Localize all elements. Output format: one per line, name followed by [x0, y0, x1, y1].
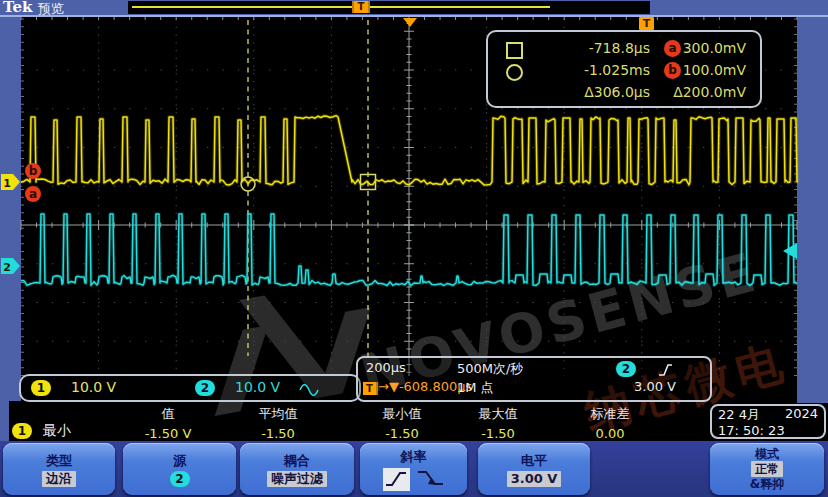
rising-slope-icon: [383, 468, 410, 491]
cursor-delta-voltage: Δ200.0mV: [660, 84, 746, 100]
softkey-menu: 类型 边沿 源 2 耦合 噪声过滤 斜率 电平 3.00 V: [0, 441, 828, 497]
time-per-div-readout: 200µs: [366, 360, 406, 375]
menu-source-badge: 2: [170, 471, 190, 487]
time-readout: 17: 50: 23: [718, 423, 818, 438]
meas-value: -1.50 V: [118, 426, 218, 441]
menu-value2: &释抑: [750, 477, 784, 491]
cursor-a-voltage: 300.0mV: [660, 40, 746, 56]
meas-col-max: 最大值: [448, 405, 548, 423]
square-cursor-icon: [506, 42, 523, 59]
horizontal-trigger-panel: 200µs 500M次/秒 2 T→▼-608.800µs 1M 点 3.00 …: [356, 356, 712, 402]
falling-slope-icon: [415, 468, 445, 491]
trigger-slope-icon: [658, 362, 674, 380]
sample-rate-readout: 500M次/秒: [457, 360, 523, 378]
record-view-bar: T: [128, 1, 650, 14]
ch1-scale-readout: 10.0 V: [71, 379, 116, 395]
menu-mode-button[interactable]: 模式 正常 &释抑: [710, 443, 824, 495]
circle-cursor-icon: [506, 64, 523, 81]
trigger-delay-readout: T→▼-608.800µs: [363, 379, 472, 395]
menu-slope-button[interactable]: 斜率: [360, 443, 467, 495]
ac-coupling-sine-icon: [299, 383, 319, 399]
svg-text:a: a: [29, 187, 37, 201]
svg-text:2: 2: [3, 261, 11, 274]
menu-label: 类型: [46, 452, 72, 470]
menu-value: 噪声过滤: [267, 471, 327, 487]
trigger-t-icon: T: [363, 382, 378, 395]
meas-max: -1.50: [448, 426, 548, 441]
measurement-bar: 1 最小 值 -1.50 V 平均值 -1.50 最小值 -1.50 最大值 -…: [0, 402, 828, 441]
meas-stddev: 0.00: [560, 426, 660, 441]
meas-min: -1.50: [352, 426, 452, 441]
cursor-b-voltage: 100.0mV: [660, 62, 746, 78]
meas-col-stddev: 标准差: [560, 405, 660, 423]
menu-trigger-source-button[interactable]: 源 2: [123, 443, 236, 495]
record-waveform-line: [132, 6, 550, 8]
menu-level-button[interactable]: 电平 3.00 V: [478, 443, 590, 495]
meas-mean: -1.50: [228, 426, 328, 441]
svg-text:T: T: [643, 17, 651, 30]
menu-label: 源: [173, 452, 186, 470]
menu-label: 耦合: [284, 452, 310, 470]
menu-trigger-type-button[interactable]: 类型 边沿: [3, 443, 115, 495]
cursor-readout-panel: -718.8µs a 300.0mV -1.025ms b 100.0mV Δ3…: [486, 30, 762, 108]
measurement-name: 最小: [43, 422, 71, 438]
acquisition-status: 预览: [38, 0, 64, 18]
date-readout: 22 4月: [718, 406, 760, 424]
cursor-b-time: -1.025ms: [532, 62, 650, 78]
record-length-readout: 1M 点: [457, 379, 494, 397]
menu-label: 电平: [521, 452, 547, 470]
trigger-source-badge: 2: [616, 361, 636, 377]
trigger-arrow-icon: →▼: [378, 379, 399, 394]
ch1-badge: 1: [31, 380, 51, 396]
menu-label: 斜率: [401, 448, 427, 466]
svg-text:b: b: [29, 164, 38, 178]
ch2-scale-readout: 10.0 V: [235, 379, 280, 395]
menu-value: 3.00 V: [507, 471, 562, 487]
channel-readout-panel: 1 10.0 V 2 10.0 V: [19, 374, 361, 402]
menu-value: 边沿: [42, 471, 76, 487]
measurement-channel-badge: 1: [12, 423, 32, 439]
trigger-level-readout: 3.00 V: [634, 379, 676, 394]
svg-text:1: 1: [3, 177, 11, 190]
datetime-panel: 22 4月 2024 17: 50: 23: [710, 404, 826, 439]
cursor-delta-time: Δ306.0µs: [532, 84, 650, 100]
meas-col-value: 值: [118, 405, 218, 423]
cursor-a-time: -718.8µs: [532, 40, 650, 56]
menu-label: 模式: [755, 447, 779, 461]
brand-logo: Tek: [3, 0, 32, 16]
trigger-record-position-icon: T: [352, 1, 370, 13]
meas-col-mean: 平均值: [228, 405, 328, 423]
meas-col-min: 最小值: [352, 405, 452, 423]
title-bar: Tek 预览 T: [0, 0, 828, 17]
oscilloscope-screen: NOVOSENSE 纳芯微电子 12baT Tek 预览 T -718.8µs …: [0, 0, 828, 497]
ch2-badge: 2: [195, 380, 215, 396]
menu-coupling-button[interactable]: 耦合 噪声过滤: [240, 443, 354, 495]
menu-value: 正常: [751, 461, 783, 477]
year-readout: 2024: [785, 406, 818, 424]
